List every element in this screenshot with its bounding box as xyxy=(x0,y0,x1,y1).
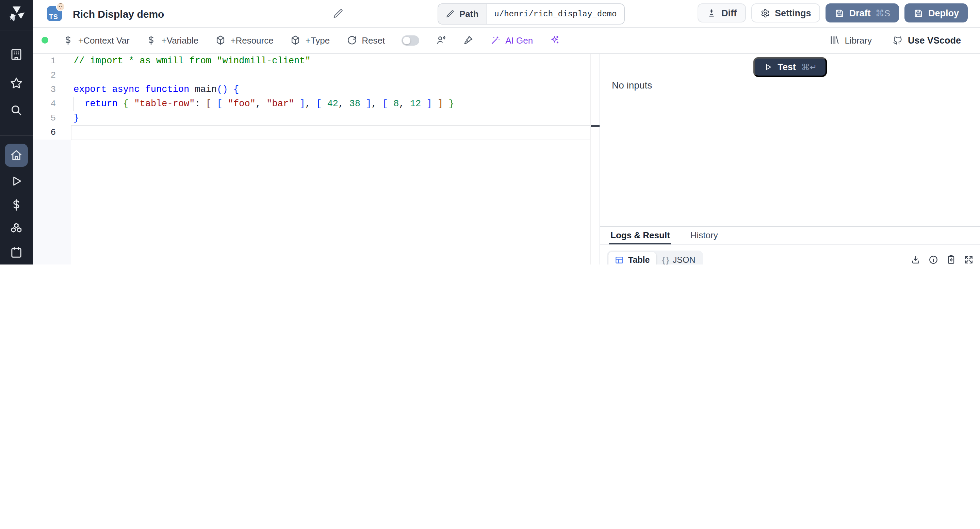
code-line-1: // import * as wmill from "windmill-clie… xyxy=(73,54,311,68)
play-icon xyxy=(10,174,23,188)
dollar-icon xyxy=(10,198,23,212)
code-editor[interactable]: 123456 // import * as wmill from "windmi… xyxy=(33,54,600,264)
library-button[interactable]: Library xyxy=(829,35,872,46)
user-emoji-avatar xyxy=(56,2,65,11)
line-number: 1 xyxy=(50,54,56,68)
sidebar-item-search[interactable] xyxy=(5,99,28,122)
app-window: TS Rich Display demo Path u/henri/rich_d… xyxy=(0,0,980,264)
multiplayer-toggle[interactable] xyxy=(401,35,419,45)
add-resource-button[interactable]: +Resource xyxy=(215,35,273,46)
test-button[interactable]: Test ⌘↵ xyxy=(753,57,827,77)
result-view-switch: Table { } JSON xyxy=(607,250,703,264)
dollar-icon xyxy=(146,35,157,46)
add-type-button[interactable]: +Type xyxy=(290,35,330,46)
home-icon xyxy=(10,148,23,162)
view-table-option[interactable]: Table xyxy=(608,252,656,264)
add-variable-label: +Variable xyxy=(162,35,199,45)
line-number: 3 xyxy=(50,82,56,97)
run-panel: Test ⌘↵ No inputs Logs & Result History … xyxy=(600,54,980,264)
package-icon xyxy=(215,35,226,46)
ai-sparkles-button[interactable] xyxy=(549,35,560,46)
settings-button[interactable]: Settings xyxy=(751,3,820,22)
table-icon xyxy=(614,255,624,264)
reset-icon xyxy=(346,35,357,46)
sidebar-divider xyxy=(0,31,33,31)
add-type-label: +Type xyxy=(305,35,330,45)
no-inputs-label: No inputs xyxy=(612,80,652,91)
windmill-logo-icon[interactable] xyxy=(7,5,25,24)
editor-toolbar: +Context Var+Variable+Resource+TypeReset… xyxy=(33,27,980,54)
overview-ruler[interactable] xyxy=(590,54,600,264)
sidebar-item-home[interactable] xyxy=(5,143,28,167)
github-icon xyxy=(892,35,903,46)
boxes-icon xyxy=(10,222,23,236)
typescript-badge-label: TS xyxy=(49,13,58,21)
use-vscode-button[interactable]: Use VScode xyxy=(892,35,961,46)
save-icon xyxy=(834,8,845,18)
sidebar-item-resources[interactable] xyxy=(5,217,28,240)
line-number: 6 xyxy=(50,125,56,140)
reset-button[interactable]: Reset xyxy=(346,35,385,46)
sidebar-item-runs[interactable] xyxy=(5,169,28,193)
path-value: u/henri/rich_display_demo xyxy=(487,4,624,24)
sidebar xyxy=(0,0,33,264)
reset-label: Reset xyxy=(362,35,385,45)
draft-button[interactable]: Draft ⌘S xyxy=(826,3,899,22)
building-icon xyxy=(10,48,23,61)
line-number: 4 xyxy=(50,97,56,111)
topbar: TS Rich Display demo Path u/henri/rich_d… xyxy=(33,0,980,28)
add-context-var-button[interactable]: +Context Var xyxy=(63,35,130,46)
ai-gen-label: AI Gen xyxy=(505,35,533,45)
users-icon xyxy=(435,35,446,46)
tab-logs-result[interactable]: Logs & Result xyxy=(609,227,671,244)
package-icon xyxy=(290,35,301,46)
sparkles-icon xyxy=(549,35,560,46)
sidebar-item-favorites[interactable] xyxy=(5,72,28,95)
sidebar-divider xyxy=(0,135,33,136)
save-icon xyxy=(913,8,924,18)
result-info-icon[interactable] xyxy=(928,255,939,264)
download-result-icon[interactable] xyxy=(911,255,921,264)
wand-icon xyxy=(490,35,501,46)
typescript-badge: TS xyxy=(47,6,62,21)
editor-gutter-rest xyxy=(33,140,71,264)
brush-icon xyxy=(463,35,473,46)
diff-icon xyxy=(706,8,717,18)
dollar-icon xyxy=(63,35,73,46)
format-code-button[interactable] xyxy=(463,35,473,46)
gear-icon xyxy=(760,8,770,18)
expand-result-icon[interactable] xyxy=(964,255,974,264)
search-icon xyxy=(10,104,23,117)
braces-icon: { } xyxy=(662,255,668,264)
sidebar-item-workspaces[interactable] xyxy=(5,43,28,66)
add-variable-button[interactable]: +Variable xyxy=(146,35,199,46)
path-label: Path xyxy=(460,9,479,19)
add-context-var-label: +Context Var xyxy=(78,35,130,45)
library-icon xyxy=(829,35,840,46)
code-line-4: return { "table-row": [ [ "foo", "bar" ]… xyxy=(73,97,454,111)
draft-shortcut: ⌘S xyxy=(875,8,890,18)
test-shortcut: ⌘↵ xyxy=(801,62,817,72)
pencil-icon xyxy=(446,10,455,18)
status-dot xyxy=(41,37,48,43)
path-button[interactable]: Path u/henri/rich_display_demo xyxy=(438,3,625,24)
result-actions xyxy=(911,255,974,264)
play-icon xyxy=(763,63,772,72)
overview-cursor-marker xyxy=(591,125,600,127)
add-resource-label: +Resource xyxy=(231,35,273,45)
ai-gen-button[interactable]: AI Gen xyxy=(490,35,533,46)
tab-history[interactable]: History xyxy=(689,227,719,244)
sidebar-item-variables[interactable] xyxy=(5,193,28,217)
code-line-5: } xyxy=(73,111,79,125)
active-line-highlight xyxy=(71,125,591,140)
calendar-icon xyxy=(10,246,23,260)
copy-result-icon[interactable] xyxy=(946,255,956,264)
multiplayer-button[interactable] xyxy=(435,35,446,46)
edit-summary-pencil-icon[interactable] xyxy=(333,8,344,19)
result-tabs: Logs & Result History xyxy=(600,227,980,245)
diff-button[interactable]: Diff xyxy=(698,3,746,22)
deploy-button[interactable]: Deploy xyxy=(904,3,968,22)
view-json-option[interactable]: { } JSON xyxy=(656,252,701,264)
sidebar-item-schedules[interactable] xyxy=(5,241,28,264)
page-title: Rich Display demo xyxy=(73,0,164,27)
